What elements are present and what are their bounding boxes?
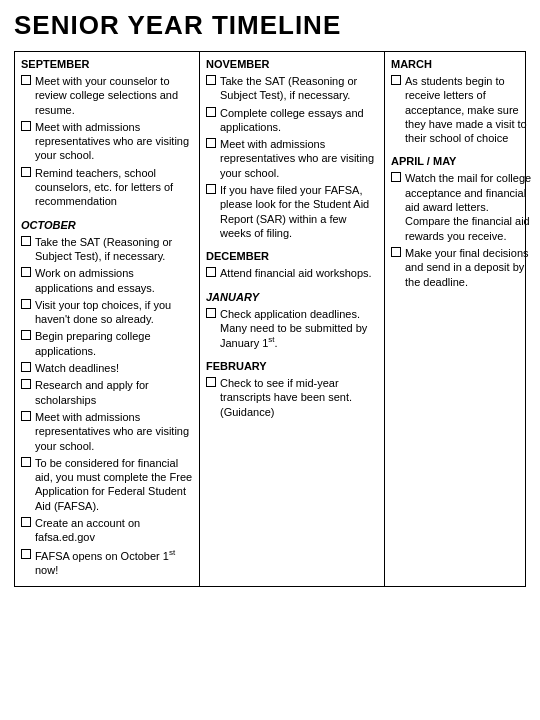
section-1-3: FEBRUARYCheck to see if mid-year transcr…	[206, 360, 378, 419]
section-1-2: JANUARYCheck application deadlines. Many…	[206, 291, 378, 351]
item-text: Check application deadlines. Many need t…	[220, 307, 378, 351]
list-item: Complete college essays and applications…	[206, 106, 378, 135]
section-title-1-3: FEBRUARY	[206, 360, 378, 372]
item-text: Remind teachers, school counselors, etc.…	[35, 166, 193, 209]
item-text: Create an account on fafsa.ed.gov	[35, 516, 193, 545]
checkbox-icon[interactable]	[21, 330, 31, 340]
item-text: Visit your top choices, if you haven't d…	[35, 298, 193, 327]
list-item: Visit your top choices, if you haven't d…	[21, 298, 193, 327]
list-item: Take the SAT (Reasoning or Subject Test)…	[21, 235, 193, 264]
checkbox-icon[interactable]	[206, 75, 216, 85]
list-item: If you have filed your FAFSA, please loo…	[206, 183, 378, 240]
section-title-2-1: APRIL / MAY	[391, 155, 534, 167]
checkbox-icon[interactable]	[21, 167, 31, 177]
section-title-0-1: OCTOBER	[21, 219, 193, 231]
checkbox-icon[interactable]	[206, 267, 216, 277]
list-item: Meet with admissions representatives who…	[21, 120, 193, 163]
checkbox-icon[interactable]	[21, 362, 31, 372]
list-item: Make your final decisions and send in a …	[391, 246, 534, 289]
checkbox-icon[interactable]	[21, 379, 31, 389]
checkbox-icon[interactable]	[21, 236, 31, 246]
checkbox-icon[interactable]	[206, 308, 216, 318]
list-item: Attend financial aid workshops.	[206, 266, 378, 280]
item-text: Meet with admissions representatives who…	[220, 137, 378, 180]
checkbox-icon[interactable]	[391, 172, 401, 182]
list-item: FAFSA opens on October 1st now!	[21, 548, 193, 577]
item-text: Take the SAT (Reasoning or Subject Test)…	[220, 74, 378, 103]
checkbox-icon[interactable]	[21, 549, 31, 559]
timeline-grid: SEPTEMBERMeet with your counselor to rev…	[14, 51, 526, 587]
list-item: Meet with your counselor to review colle…	[21, 74, 193, 117]
item-text: Attend financial aid workshops.	[220, 266, 378, 280]
section-title-2-0: MARCH	[391, 58, 534, 70]
checkbox-icon[interactable]	[21, 299, 31, 309]
list-item: Research and apply for scholarships	[21, 378, 193, 407]
section-2-1: APRIL / MAYWatch the mail for college ac…	[391, 155, 534, 288]
checkbox-icon[interactable]	[21, 517, 31, 527]
section-1-1: DECEMBERAttend financial aid workshops.	[206, 250, 378, 280]
item-text: Watch deadlines!	[35, 361, 193, 375]
list-item: Meet with admissions representatives who…	[206, 137, 378, 180]
section-0-1: OCTOBERTake the SAT (Reasoning or Subjec…	[21, 219, 193, 577]
item-text: Check to see if mid-year transcripts hav…	[220, 376, 378, 419]
checkbox-icon[interactable]	[391, 247, 401, 257]
item-text: Meet with your counselor to review colle…	[35, 74, 193, 117]
list-item: As students begin to receive letters of …	[391, 74, 534, 145]
item-text: Research and apply for scholarships	[35, 378, 193, 407]
section-title-1-2: JANUARY	[206, 291, 378, 303]
checkbox-icon[interactable]	[21, 75, 31, 85]
item-text: As students begin to receive letters of …	[405, 74, 534, 145]
list-item: Watch deadlines!	[21, 361, 193, 375]
checkbox-icon[interactable]	[206, 377, 216, 387]
section-1-0: NOVEMBERTake the SAT (Reasoning or Subje…	[206, 58, 378, 240]
item-text: Watch the mail for college acceptance an…	[405, 171, 534, 242]
item-text: FAFSA opens on October 1st now!	[35, 548, 193, 577]
list-item: Work on admissions applications and essa…	[21, 266, 193, 295]
section-0-0: SEPTEMBERMeet with your counselor to rev…	[21, 58, 193, 209]
list-item: Remind teachers, school counselors, etc.…	[21, 166, 193, 209]
list-item: Watch the mail for college acceptance an…	[391, 171, 534, 242]
checkbox-icon[interactable]	[21, 267, 31, 277]
section-title-1-0: NOVEMBER	[206, 58, 378, 70]
column-2: MARCHAs students begin to receive letter…	[385, 52, 540, 586]
page-title: SENIOR YEAR TIMELINE	[14, 10, 526, 41]
checkbox-icon[interactable]	[391, 75, 401, 85]
item-text: To be considered for financial aid, you …	[35, 456, 193, 513]
section-title-0-0: SEPTEMBER	[21, 58, 193, 70]
item-text: Make your final decisions and send in a …	[405, 246, 534, 289]
checkbox-icon[interactable]	[21, 411, 31, 421]
page: SENIOR YEAR TIMELINE SEPTEMBERMeet with …	[0, 0, 540, 720]
item-text: Take the SAT (Reasoning or Subject Test)…	[35, 235, 193, 264]
item-text: Complete college essays and applications…	[220, 106, 378, 135]
item-text: Work on admissions applications and essa…	[35, 266, 193, 295]
list-item: Begin preparing college applications.	[21, 329, 193, 358]
column-0: SEPTEMBERMeet with your counselor to rev…	[15, 52, 200, 586]
list-item: Take the SAT (Reasoning or Subject Test)…	[206, 74, 378, 103]
checkbox-icon[interactable]	[21, 457, 31, 467]
section-title-1-1: DECEMBER	[206, 250, 378, 262]
checkbox-icon[interactable]	[21, 121, 31, 131]
checkbox-icon[interactable]	[206, 107, 216, 117]
item-text: Meet with admissions representatives who…	[35, 120, 193, 163]
item-text: If you have filed your FAFSA, please loo…	[220, 183, 378, 240]
list-item: To be considered for financial aid, you …	[21, 456, 193, 513]
list-item: Create an account on fafsa.ed.gov	[21, 516, 193, 545]
checkbox-icon[interactable]	[206, 184, 216, 194]
list-item: Check application deadlines. Many need t…	[206, 307, 378, 351]
checkbox-icon[interactable]	[206, 138, 216, 148]
list-item: Check to see if mid-year transcripts hav…	[206, 376, 378, 419]
section-2-0: MARCHAs students begin to receive letter…	[391, 58, 534, 145]
list-item: Meet with admissions representatives who…	[21, 410, 193, 453]
item-text: Begin preparing college applications.	[35, 329, 193, 358]
column-1: NOVEMBERTake the SAT (Reasoning or Subje…	[200, 52, 385, 586]
item-text: Meet with admissions representatives who…	[35, 410, 193, 453]
